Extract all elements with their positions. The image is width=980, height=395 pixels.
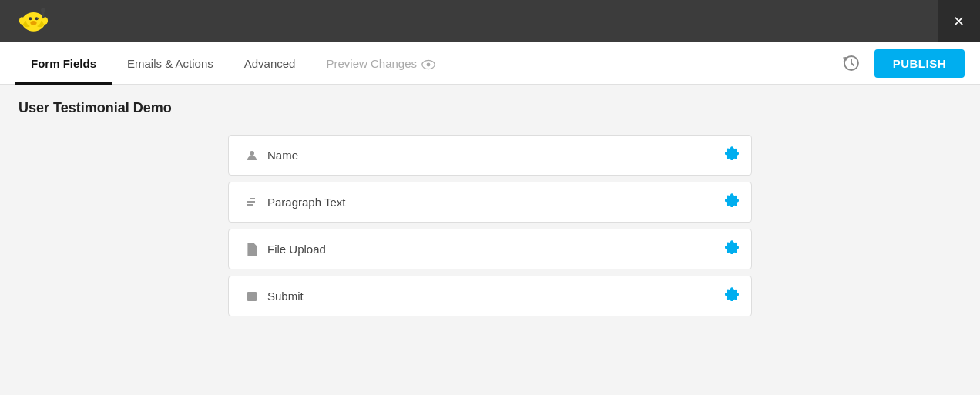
nav-bar: Form Fields Emails & Actions Advanced Pr… (0, 42, 980, 85)
svg-point-7 (37, 17, 38, 18)
history-icon (842, 54, 861, 72)
field-label-file-upload: File Upload (267, 243, 725, 256)
svg-point-5 (35, 17, 39, 20)
field-label-paragraph-text: Paragraph Text (267, 196, 725, 209)
svg-point-8 (30, 20, 36, 25)
field-label-name: Name (267, 149, 725, 162)
svg-point-6 (30, 17, 31, 18)
field-row-submit[interactable]: Submit (228, 276, 752, 316)
svg-point-4 (29, 17, 32, 20)
settings-icon-paragraph[interactable] (725, 193, 739, 211)
svg-point-16 (250, 151, 254, 156)
history-button[interactable] (837, 49, 865, 77)
submit-icon (241, 291, 263, 302)
publish-button[interactable]: PUBLISH (874, 49, 965, 78)
paragraph-icon (241, 196, 263, 209)
svg-point-12 (41, 8, 45, 12)
logo (12, 6, 55, 37)
svg-point-14 (427, 62, 431, 66)
field-row-paragraph-text[interactable]: Paragraph Text (228, 182, 752, 223)
field-row-file-upload[interactable]: File Upload (228, 229, 752, 269)
field-label-submit: Submit (267, 290, 725, 303)
field-row-name[interactable]: Name (228, 135, 752, 176)
file-icon (241, 243, 263, 256)
svg-rect-11 (42, 11, 45, 18)
settings-icon-file-upload[interactable] (725, 240, 739, 258)
logo-icon (12, 6, 55, 37)
tab-preview-changes[interactable]: Preview Changes (310, 42, 451, 85)
main-content: User Testimonial Demo Name (0, 85, 980, 395)
svg-rect-17 (247, 292, 257, 301)
close-button[interactable]: ✕ (938, 0, 980, 42)
tab-form-fields[interactable]: Form Fields (15, 42, 112, 85)
user-icon (241, 149, 263, 162)
form-title: User Testimonial Demo (18, 100, 962, 116)
svg-point-9 (19, 17, 25, 25)
eye-icon (421, 56, 435, 69)
settings-icon-submit[interactable] (725, 287, 739, 305)
form-fields-list: Name Paragraph Text (228, 135, 752, 316)
settings-icon-name[interactable] (725, 146, 739, 164)
tab-advanced[interactable]: Advanced (229, 42, 311, 85)
nav-actions: PUBLISH (837, 49, 965, 78)
tab-emails-actions[interactable]: Emails & Actions (112, 42, 229, 85)
top-bar: ✕ (0, 0, 980, 42)
